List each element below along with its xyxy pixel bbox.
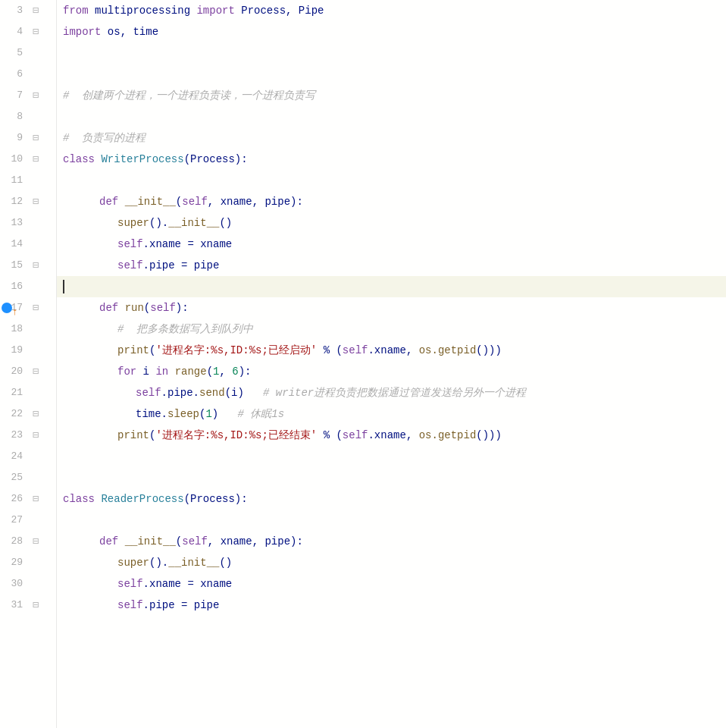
- fold-area[interactable]: ⊟: [29, 531, 42, 552]
- gutter-row: 27: [0, 510, 56, 531]
- gutter-row: 28⊟: [0, 531, 56, 552]
- code-line[interactable]: # 创建两个进程，一个进程负责读，一个进程负责写: [57, 85, 726, 106]
- fold-area[interactable]: ⊟: [29, 127, 42, 149]
- text-cursor: [63, 280, 64, 293]
- code-line[interactable]: def run(self):: [57, 297, 726, 318]
- token-comment: # 把多条数据写入到队列中: [117, 318, 253, 340]
- token-comment: # writer进程负责把数据通过管道发送给另外一个进程: [263, 382, 526, 403]
- line-number: 20: [0, 361, 29, 382]
- code-area[interactable]: from multiprocessing import Process, Pip…: [57, 0, 726, 728]
- token-builtin: range: [175, 361, 207, 382]
- code-line[interactable]: super().__init__(): [57, 212, 726, 234]
- token-self-kw: self: [136, 382, 161, 403]
- gutter-row: 8: [0, 106, 56, 127]
- code-line[interactable]: [57, 42, 726, 64]
- token-kw: import: [196, 0, 234, 21]
- token-normal: time.: [136, 403, 167, 425]
- fold-minus-icon[interactable]: ⊟: [33, 191, 39, 212]
- gutter-row: 18: [0, 318, 56, 340]
- token-normal: (i): [225, 382, 263, 403]
- code-line[interactable]: print('进程名字:%s,ID:%s;已经启动' % (self.xname…: [57, 340, 726, 361]
- token-self-kw: self: [343, 425, 368, 446]
- fold-minus-icon[interactable]: ⊟: [33, 0, 39, 21]
- token-number: 1: [213, 361, 219, 382]
- code-line[interactable]: self.pipe = pipe: [57, 595, 726, 616]
- gutter-row: 13: [0, 212, 56, 234]
- token-normal: [118, 191, 124, 212]
- fold-minus-icon[interactable]: ⊟: [33, 361, 39, 382]
- token-fn: send: [199, 382, 225, 403]
- debug-breakpoint[interactable]: [2, 303, 12, 313]
- fold-area[interactable]: ⊟: [29, 0, 42, 21]
- fold-minus-icon[interactable]: ⊟: [33, 85, 39, 106]
- fold-minus-icon[interactable]: ⊟: [33, 255, 39, 276]
- code-line[interactable]: self.pipe = pipe: [57, 255, 726, 276]
- code-line[interactable]: [57, 276, 726, 297]
- code-line[interactable]: [57, 467, 726, 488]
- token-builtin: print: [117, 425, 149, 446]
- code-line[interactable]: # 把多条数据写入到队列中: [57, 318, 726, 340]
- fold-minus-icon[interactable]: ⊟: [33, 127, 39, 149]
- gutter-row: 19: [0, 340, 56, 361]
- fold-area[interactable]: ⊟: [29, 403, 42, 425]
- token-normal: (Process):: [184, 488, 248, 510]
- token-builtin: print: [117, 340, 149, 361]
- token-fn: __init__: [168, 212, 219, 234]
- fold-minus-icon[interactable]: ⊟: [33, 488, 39, 510]
- code-line[interactable]: # 负责写的进程: [57, 127, 726, 149]
- fold-area[interactable]: ⊟: [29, 191, 42, 212]
- fold-area[interactable]: ⊟: [29, 149, 42, 170]
- token-fn: sleep: [167, 403, 199, 425]
- code-line[interactable]: class ReaderProcess(Process):: [57, 488, 726, 510]
- code-line[interactable]: from multiprocessing import Process, Pip…: [57, 0, 726, 21]
- fold-area[interactable]: ⊟: [29, 488, 42, 510]
- fold-minus-icon[interactable]: ⊟: [33, 595, 39, 616]
- line-number: 14: [0, 234, 29, 255]
- fold-area[interactable]: ⊟: [29, 425, 42, 446]
- code-line[interactable]: [57, 510, 726, 531]
- code-line[interactable]: self.xname = xname: [57, 573, 726, 595]
- code-line[interactable]: print('进程名字:%s,ID:%s;已经结束' % (self.xname…: [57, 425, 726, 446]
- fold-minus-icon[interactable]: ⊟: [33, 149, 39, 170]
- token-normal: .xname,: [368, 340, 418, 361]
- fold-area[interactable]: ⊟: [29, 595, 42, 616]
- token-normal: (): [219, 212, 232, 234]
- code-line[interactable]: [57, 446, 726, 467]
- fold-minus-icon[interactable]: ⊟: [33, 531, 39, 552]
- code-line[interactable]: def __init__(self, xname, pipe):: [57, 531, 726, 552]
- gutter-row: 20⊟: [0, 361, 56, 382]
- fold-area[interactable]: ⊟: [29, 361, 42, 382]
- code-line[interactable]: class WriterProcess(Process):: [57, 149, 726, 170]
- code-line[interactable]: super().__init__(): [57, 552, 726, 573]
- gutter-row: 24: [0, 446, 56, 467]
- token-self-kw: self: [343, 340, 368, 361]
- code-line[interactable]: def __init__(self, xname, pipe):: [57, 191, 726, 212]
- token-self-kw: self: [117, 595, 143, 616]
- code-line[interactable]: self.xname = xname: [57, 234, 726, 255]
- token-self-kw: self: [117, 234, 143, 255]
- line-number: 7: [0, 85, 29, 106]
- fold-area[interactable]: ⊟: [29, 255, 42, 276]
- code-line[interactable]: for i in range(1, 6):: [57, 361, 726, 382]
- fold-minus-icon[interactable]: ⊟: [33, 297, 39, 318]
- code-line[interactable]: [57, 64, 726, 85]
- fold-minus-icon[interactable]: ⊟: [33, 403, 39, 425]
- token-comment: # 休眠1s: [237, 403, 284, 425]
- line-number: 16: [0, 276, 29, 297]
- code-line[interactable]: [57, 106, 726, 127]
- code-line[interactable]: [57, 170, 726, 191]
- line-number: 6: [0, 64, 29, 85]
- code-line[interactable]: import os, time: [57, 21, 726, 42]
- gutter-row: 29: [0, 552, 56, 573]
- gutter-row: 16: [0, 276, 56, 297]
- fold-minus-icon[interactable]: ⊟: [33, 21, 39, 42]
- code-line[interactable]: time.sleep(1) # 休眠1s: [57, 403, 726, 425]
- fold-area[interactable]: ⊟: [29, 21, 42, 42]
- gutter-row: 26⊟: [0, 488, 56, 510]
- gutter-row: 10⊟: [0, 149, 56, 170]
- fold-minus-icon[interactable]: ⊟: [33, 425, 39, 446]
- fold-area[interactable]: ⊟: [29, 297, 42, 318]
- token-kw: def: [99, 297, 118, 318]
- fold-area[interactable]: ⊟: [29, 85, 42, 106]
- code-line[interactable]: self.pipe.send(i) # writer进程负责把数据通过管道发送给…: [57, 382, 726, 403]
